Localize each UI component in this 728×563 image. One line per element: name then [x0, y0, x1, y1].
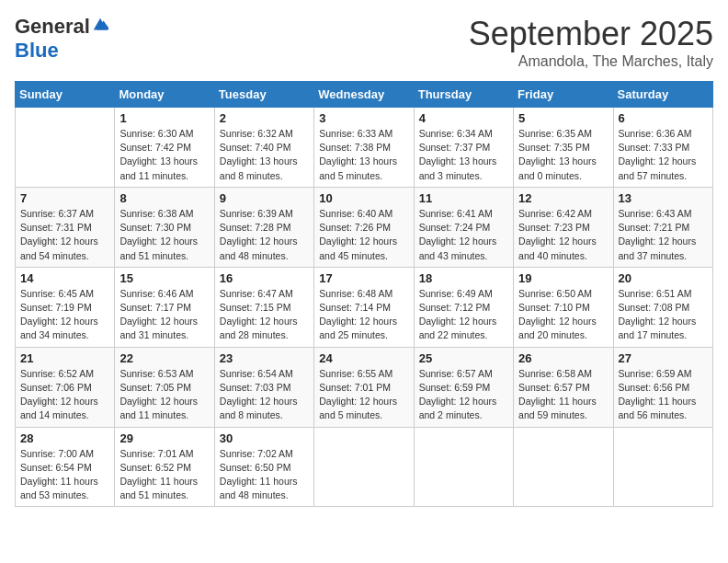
day-info: Sunrise: 6:52 AMSunset: 7:06 PMDaylight:… — [20, 367, 109, 423]
day-info: Sunrise: 6:57 AMSunset: 6:59 PMDaylight:… — [419, 367, 508, 423]
day-number: 5 — [518, 111, 608, 125]
calendar-cell: 21Sunrise: 6:52 AMSunset: 7:06 PMDayligh… — [16, 347, 115, 427]
week-row-1: 1Sunrise: 6:30 AMSunset: 7:42 PMDaylight… — [16, 108, 713, 188]
day-info: Sunrise: 6:38 AMSunset: 7:30 PMDaylight:… — [119, 207, 209, 263]
day-number: 9 — [220, 191, 309, 205]
calendar-cell: 25Sunrise: 6:57 AMSunset: 6:59 PMDayligh… — [414, 347, 513, 427]
day-info: Sunrise: 6:47 AMSunset: 7:15 PMDaylight:… — [220, 287, 309, 343]
week-row-2: 7Sunrise: 6:37 AMSunset: 7:31 PMDaylight… — [16, 187, 713, 267]
calendar-cell — [314, 427, 414, 507]
calendar-cell: 10Sunrise: 6:40 AMSunset: 7:26 PMDayligh… — [314, 187, 414, 267]
day-info: Sunrise: 6:35 AMSunset: 7:35 PMDaylight:… — [518, 127, 608, 183]
calendar-cell: 28Sunrise: 7:00 AMSunset: 6:54 PMDayligh… — [16, 427, 115, 507]
day-info: Sunrise: 7:00 AMSunset: 6:54 PMDaylight:… — [20, 447, 109, 503]
day-info: Sunrise: 6:37 AMSunset: 7:31 PMDaylight:… — [20, 207, 109, 263]
day-number: 3 — [319, 111, 408, 125]
day-number: 27 — [619, 351, 708, 365]
day-info: Sunrise: 6:34 AMSunset: 7:37 PMDaylight:… — [419, 127, 508, 183]
calendar-cell: 16Sunrise: 6:47 AMSunset: 7:15 PMDayligh… — [214, 267, 313, 347]
day-number: 18 — [419, 271, 508, 285]
day-header-sunday: Sunday — [16, 82, 115, 108]
calendar-cell: 7Sunrise: 6:37 AMSunset: 7:31 PMDaylight… — [16, 187, 115, 267]
calendar-cell: 9Sunrise: 6:39 AMSunset: 7:28 PMDaylight… — [214, 187, 313, 267]
day-number: 25 — [419, 351, 508, 365]
day-info: Sunrise: 6:46 AMSunset: 7:17 PMDaylight:… — [119, 287, 209, 343]
day-header-monday: Monday — [115, 82, 214, 108]
day-info: Sunrise: 7:01 AMSunset: 6:52 PMDaylight:… — [119, 447, 209, 503]
location-title: Amandola, The Marches, Italy — [469, 53, 713, 70]
calendar-cell: 4Sunrise: 6:34 AMSunset: 7:37 PMDaylight… — [414, 108, 513, 188]
calendar-cell: 14Sunrise: 6:45 AMSunset: 7:19 PMDayligh… — [16, 267, 115, 347]
logo-blue: Blue — [15, 39, 59, 63]
calendar-cell: 11Sunrise: 6:41 AMSunset: 7:24 PMDayligh… — [414, 187, 513, 267]
day-info: Sunrise: 6:39 AMSunset: 7:28 PMDaylight:… — [220, 207, 309, 263]
day-number: 13 — [619, 191, 708, 205]
day-number: 15 — [119, 271, 209, 285]
day-info: Sunrise: 6:32 AMSunset: 7:40 PMDaylight:… — [220, 127, 309, 183]
day-info: Sunrise: 6:53 AMSunset: 7:05 PMDaylight:… — [119, 367, 209, 423]
day-info: Sunrise: 6:54 AMSunset: 7:03 PMDaylight:… — [220, 367, 309, 423]
calendar-cell: 24Sunrise: 6:55 AMSunset: 7:01 PMDayligh… — [314, 347, 414, 427]
day-number: 6 — [619, 111, 708, 125]
day-number: 26 — [518, 351, 608, 365]
calendar-cell — [414, 427, 513, 507]
day-number: 4 — [419, 111, 508, 125]
calendar-cell: 17Sunrise: 6:48 AMSunset: 7:14 PMDayligh… — [314, 267, 414, 347]
day-number: 21 — [20, 351, 109, 365]
calendar-cell: 5Sunrise: 6:35 AMSunset: 7:35 PMDaylight… — [514, 108, 613, 188]
calendar-cell — [514, 427, 613, 507]
header-row: SundayMondayTuesdayWednesdayThursdayFrid… — [16, 82, 713, 108]
day-number: 20 — [619, 271, 708, 285]
day-number: 19 — [518, 271, 608, 285]
day-number: 17 — [319, 271, 408, 285]
calendar-cell: 13Sunrise: 6:43 AMSunset: 7:21 PMDayligh… — [613, 187, 712, 267]
day-info: Sunrise: 6:58 AMSunset: 6:57 PMDaylight:… — [518, 367, 608, 423]
day-info: Sunrise: 6:48 AMSunset: 7:14 PMDaylight:… — [319, 287, 408, 343]
title-section: September 2025 Amandola, The Marches, It… — [469, 15, 713, 70]
day-number: 1 — [119, 111, 209, 125]
day-number: 10 — [319, 191, 408, 205]
day-info: Sunrise: 6:59 AMSunset: 6:56 PMDaylight:… — [619, 367, 708, 423]
day-info: Sunrise: 6:41 AMSunset: 7:24 PMDaylight:… — [419, 207, 508, 263]
page-header: General Blue September 2025 Amandola, Th… — [15, 15, 713, 70]
calendar-cell: 6Sunrise: 6:36 AMSunset: 7:33 PMDaylight… — [613, 108, 712, 188]
day-info: Sunrise: 6:45 AMSunset: 7:19 PMDaylight:… — [20, 287, 109, 343]
day-number: 22 — [119, 351, 209, 365]
day-info: Sunrise: 6:50 AMSunset: 7:10 PMDaylight:… — [518, 287, 608, 343]
day-info: Sunrise: 6:30 AMSunset: 7:42 PMDaylight:… — [119, 127, 209, 183]
day-info: Sunrise: 7:02 AMSunset: 6:50 PMDaylight:… — [220, 447, 309, 503]
calendar-cell: 18Sunrise: 6:49 AMSunset: 7:12 PMDayligh… — [414, 267, 513, 347]
day-info: Sunrise: 6:43 AMSunset: 7:21 PMDaylight:… — [619, 207, 708, 263]
week-row-3: 14Sunrise: 6:45 AMSunset: 7:19 PMDayligh… — [16, 267, 713, 347]
day-header-wednesday: Wednesday — [314, 82, 414, 108]
day-info: Sunrise: 6:36 AMSunset: 7:33 PMDaylight:… — [619, 127, 708, 183]
day-header-thursday: Thursday — [414, 82, 513, 108]
calendar-cell: 29Sunrise: 7:01 AMSunset: 6:52 PMDayligh… — [115, 427, 214, 507]
calendar-cell: 23Sunrise: 6:54 AMSunset: 7:03 PMDayligh… — [214, 347, 313, 427]
day-number: 11 — [419, 191, 508, 205]
day-info: Sunrise: 6:40 AMSunset: 7:26 PMDaylight:… — [319, 207, 408, 263]
day-number: 8 — [119, 191, 209, 205]
logo: General Blue — [15, 15, 108, 63]
calendar-cell: 26Sunrise: 6:58 AMSunset: 6:57 PMDayligh… — [514, 347, 613, 427]
week-row-5: 28Sunrise: 7:00 AMSunset: 6:54 PMDayligh… — [16, 427, 713, 507]
day-number: 2 — [220, 111, 309, 125]
day-number: 16 — [220, 271, 309, 285]
day-number: 12 — [518, 191, 608, 205]
calendar-cell: 2Sunrise: 6:32 AMSunset: 7:40 PMDaylight… — [214, 108, 313, 188]
day-info: Sunrise: 6:51 AMSunset: 7:08 PMDaylight:… — [619, 287, 708, 343]
day-header-tuesday: Tuesday — [214, 82, 313, 108]
day-number: 23 — [220, 351, 309, 365]
day-number: 24 — [319, 351, 408, 365]
day-number: 7 — [20, 191, 109, 205]
calendar-cell: 15Sunrise: 6:46 AMSunset: 7:17 PMDayligh… — [115, 267, 214, 347]
calendar-cell: 30Sunrise: 7:02 AMSunset: 6:50 PMDayligh… — [214, 427, 313, 507]
day-info: Sunrise: 6:55 AMSunset: 7:01 PMDaylight:… — [319, 367, 408, 423]
day-info: Sunrise: 6:42 AMSunset: 7:23 PMDaylight:… — [518, 207, 608, 263]
logo-general: General — [15, 15, 90, 39]
calendar-table: SundayMondayTuesdayWednesdayThursdayFrid… — [15, 81, 713, 507]
calendar-cell — [613, 427, 712, 507]
day-info: Sunrise: 6:49 AMSunset: 7:12 PMDaylight:… — [419, 287, 508, 343]
calendar-cell — [16, 108, 115, 188]
day-header-saturday: Saturday — [613, 82, 712, 108]
